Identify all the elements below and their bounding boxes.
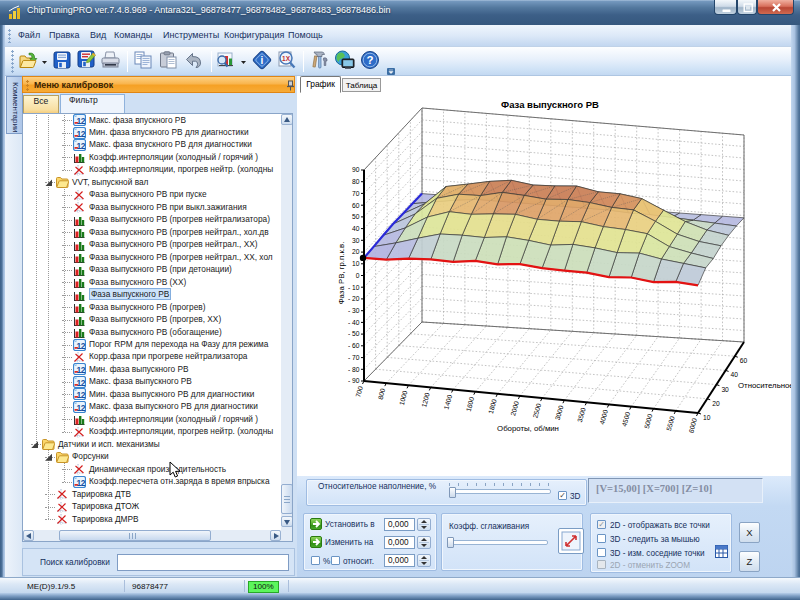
svg-text:30: 30: [352, 237, 360, 244]
svg-text:60: 60: [740, 357, 748, 364]
svg-text:12: 12: [77, 365, 86, 375]
svg-text:12: 12: [77, 116, 86, 126]
svg-text:40: 40: [731, 371, 739, 378]
svg-text:40: 40: [352, 225, 360, 232]
svg-text:- 30: - 30: [348, 307, 360, 314]
svg-text:i: i: [261, 55, 264, 66]
svg-text:?: ?: [366, 54, 373, 66]
svg-text:1600: 1600: [465, 396, 476, 412]
svg-text:- 50: - 50: [348, 330, 360, 337]
svg-text:5500: 5500: [665, 415, 676, 431]
svg-text:1000: 1000: [398, 389, 409, 405]
svg-text:10: 10: [703, 414, 711, 421]
svg-text:1X: 1X: [282, 55, 291, 62]
svg-text:- 10: - 10: [348, 284, 360, 291]
svg-text:5000: 5000: [643, 413, 654, 429]
svg-text:20: 20: [352, 248, 360, 255]
svg-text:700: 700: [354, 385, 364, 398]
svg-text:- 70: - 70: [348, 354, 360, 361]
svg-text:- 60: - 60: [348, 342, 360, 349]
svg-text:20: 20: [712, 400, 720, 407]
svg-text:1400: 1400: [442, 394, 453, 410]
svg-text:3000: 3000: [554, 404, 565, 420]
svg-text:12: 12: [77, 403, 86, 413]
svg-text:2500: 2500: [531, 402, 542, 418]
svg-text:50: 50: [352, 213, 360, 220]
svg-text:12: 12: [77, 340, 86, 350]
svg-text:80: 80: [352, 178, 360, 185]
svg-text:- 80: - 80: [348, 366, 360, 373]
svg-text:- 90: - 90: [348, 377, 360, 384]
svg-text:30: 30: [721, 386, 729, 393]
svg-text:1800: 1800: [487, 398, 498, 414]
svg-text:Обороты, об/мин: Обороты, об/мин: [497, 424, 559, 433]
svg-text:0: 0: [356, 272, 360, 279]
svg-text:2000: 2000: [509, 400, 520, 416]
svg-text:12: 12: [77, 128, 86, 138]
svg-text:12: 12: [77, 141, 86, 151]
svg-text:4000: 4000: [598, 409, 609, 425]
svg-text:1200: 1200: [420, 392, 431, 408]
svg-text:Относительное наполнение: Относительное наполнение: [738, 381, 791, 390]
svg-text:Фаза РВ, гр.п.к.в.: Фаза РВ, гр.п.к.в.: [337, 242, 346, 305]
svg-text:- 40: - 40: [348, 319, 360, 326]
svg-text:12: 12: [77, 477, 86, 487]
svg-text:6000: 6000: [687, 417, 698, 433]
svg-text:70: 70: [352, 190, 360, 197]
svg-text:4500: 4500: [621, 411, 632, 427]
svg-text:10: 10: [352, 260, 360, 267]
svg-text:Фаза выпускного РВ: Фаза выпускного РВ: [501, 99, 599, 110]
svg-text:- 20: - 20: [348, 295, 360, 302]
svg-text:60: 60: [352, 202, 360, 209]
svg-text:90: 90: [352, 166, 360, 173]
svg-text:800: 800: [377, 387, 387, 400]
svg-text:3500: 3500: [576, 406, 587, 422]
svg-text:12: 12: [77, 378, 86, 388]
svg-text:12: 12: [77, 390, 86, 400]
